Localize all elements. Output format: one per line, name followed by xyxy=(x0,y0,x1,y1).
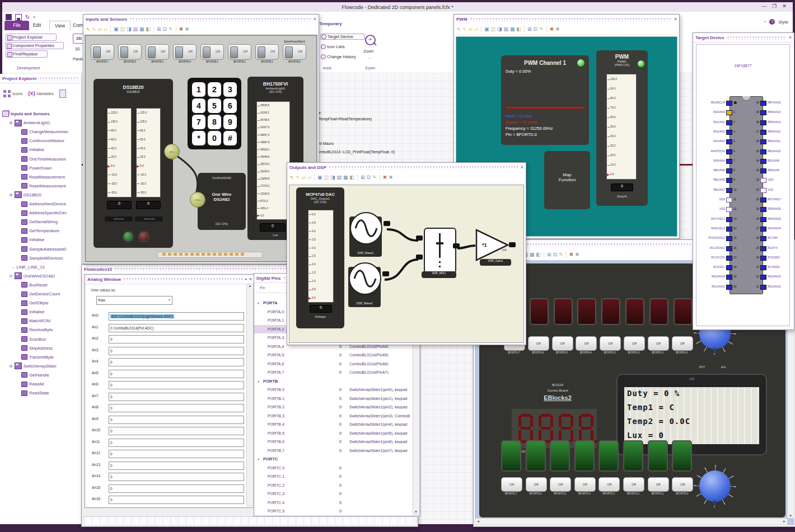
pan-icon[interactable]: ▱ xyxy=(98,27,102,32)
digital-pin-row[interactable]: PORTC.20 xyxy=(254,481,420,489)
analog-value-field[interactable]: 0 xyxy=(109,427,244,435)
checkbox-change-history[interactable]: Change History xyxy=(320,54,356,59)
analog-value-field[interactable]: 0 xyxy=(109,335,244,343)
tree-item-continuousmeasur[interactable]: ContinuousMeasur xyxy=(0,136,81,145)
tab-file[interactable]: File xyxy=(4,21,29,30)
delete-icon[interactable]: ✖ xyxy=(550,27,554,32)
checkbox-target-device[interactable]: Target Device xyxy=(320,34,365,40)
map-function-block[interactable]: MapFunction xyxy=(544,151,590,209)
tree-item-getserialstring[interactable]: GetSerialString xyxy=(0,218,81,226)
digital-pin-row[interactable]: PORTB.20SwitchArraySlider1(pin2), keypad… xyxy=(254,403,420,411)
window-titlebar[interactable]: Outputs and DSP× xyxy=(287,163,526,172)
digital-pin-row[interactable]: PORTA.60ComboBL0114(PinA6) xyxy=(254,360,420,368)
add-icon[interactable]: ⊞ xyxy=(547,252,551,257)
analog-value-field[interactable]: 0 xyxy=(109,370,244,378)
tree-item-ambientlight1[interactable]: ⊕AmbientLight1 xyxy=(0,119,81,127)
app-titlebar[interactable]: Flowcode - Dedicated 2D component panels… xyxy=(2,2,793,12)
chip-pin[interactable] xyxy=(726,110,732,115)
tree-item-changemeasuremen[interactable]: ChangeMeasuremen xyxy=(0,128,81,136)
tree-expander-icon[interactable]: ⊕ xyxy=(9,192,13,197)
tree-item-link-line-13[interactable]: –LINK_LINE_13 xyxy=(0,263,81,271)
tree-expander-icon[interactable]: ⊕ xyxy=(9,364,13,369)
tree-item-busreset[interactable]: BusReset xyxy=(0,281,81,289)
tree-item-initialise[interactable]: Initialise xyxy=(0,236,81,244)
digital-pin-row[interactable]: PORTC.00 xyxy=(254,464,420,472)
analog-scrollbar[interactable]: ▲ xyxy=(246,284,254,506)
board-switch[interactable]: Off xyxy=(672,336,693,351)
tree-item-sampleaddressedd[interactable]: SampleAddressedD xyxy=(0,245,81,253)
pwm-meter-block[interactable]: PWM PWM1 (PWM CH1) 100.090.080.070.060.0… xyxy=(596,50,648,206)
chip-pin[interactable] xyxy=(726,275,732,280)
tab-view[interactable]: View xyxy=(49,21,71,30)
undo-icon[interactable]: ↻ xyxy=(25,14,30,20)
board-switch[interactable]: Off xyxy=(501,477,522,492)
chip-pin[interactable] xyxy=(726,246,732,251)
properties-icon[interactable]: ▤ xyxy=(336,175,342,180)
board-switch[interactable]: Off xyxy=(598,477,620,492)
analog-value-field[interactable]: 0 xyxy=(109,416,244,424)
tree-item-gethandle[interactable]: GetHandle xyxy=(0,371,81,379)
analog-value-field[interactable]: 0 xyxy=(109,393,244,401)
digital-pin-row[interactable]: PORTB.60SwitchArraySlider1(pin6), keypad… xyxy=(254,437,420,446)
grid-icon[interactable]: ▦ xyxy=(139,27,144,32)
copy-icon[interactable]: ◫ xyxy=(324,175,329,180)
chip-pin[interactable] xyxy=(760,246,766,251)
digital-pin-row[interactable]: PORTC.30 xyxy=(254,489,420,498)
chip-pin[interactable] xyxy=(726,265,732,270)
analog-value-field[interactable]: 0 xyxy=(109,496,244,504)
digital-pin-row[interactable]: PORTC.10 xyxy=(254,472,420,481)
new-component-icon[interactable]: ▣ xyxy=(317,175,322,180)
add-icon[interactable]: ⊞ xyxy=(527,27,532,32)
tree-item-resetmeasurement[interactable]: ResetMeasurement xyxy=(0,182,81,190)
analog-value-field[interactable]: 0 xyxy=(109,347,244,355)
chip-icon[interactable]: ⊡ xyxy=(534,27,538,32)
tree-item-initialise[interactable]: Initialise xyxy=(0,145,81,154)
paste-icon[interactable]: ◨ xyxy=(330,175,335,180)
icons-tab[interactable]: Icons xyxy=(3,90,22,97)
chevron-down-icon[interactable]: ▾ xyxy=(33,15,35,20)
zoom-minus[interactable]: - xyxy=(369,56,370,60)
chip-pin[interactable] xyxy=(726,178,732,183)
new-component-icon[interactable]: ▣ xyxy=(114,27,119,32)
tree-expander-icon[interactable]: ⊖ xyxy=(9,274,13,279)
chip-pin[interactable] xyxy=(726,256,732,261)
camera-icon[interactable]: ◧ xyxy=(536,252,541,257)
analog-value-field[interactable]: 0 xyxy=(109,484,244,493)
digital-pin-row[interactable]: ▾PORTB xyxy=(254,377,420,385)
group-expander-icon[interactable]: ▾ xyxy=(258,301,259,305)
tree-item-transmitbyte[interactable]: TransmitByte xyxy=(0,353,81,361)
panel-titlebar[interactable]: Analog Window▪× xyxy=(85,275,254,284)
3d-panel-label[interactable]: 3D xyxy=(75,47,80,51)
copy-icon[interactable]: ◫ xyxy=(120,27,125,32)
chip-pin[interactable] xyxy=(726,159,732,164)
tree-item-switcharrayslider[interactable]: ⊕SwitchArraySlider xyxy=(0,362,81,370)
save-icon[interactable] xyxy=(15,14,22,21)
tree-item-receivebyte[interactable]: ReceiveByte xyxy=(0,326,81,334)
help-icon[interactable]: ? xyxy=(769,19,775,25)
app-icon[interactable] xyxy=(6,14,12,20)
board-switch[interactable]: Off xyxy=(574,477,596,492)
edit-icon[interactable]: ✎ xyxy=(559,252,563,257)
board-switch[interactable]: Off xyxy=(672,477,693,492)
cursor-add-icon[interactable]: ↖ xyxy=(296,175,301,180)
close-button[interactable]: ✕ xyxy=(779,3,789,9)
chip-pin[interactable] xyxy=(760,168,766,173)
grid-icon[interactable]: ▦ xyxy=(530,252,535,257)
board-switch[interactable]: Off xyxy=(624,336,645,351)
tree-item-getidbyte[interactable]: GetIDByte xyxy=(0,299,81,307)
tree-item-readstate[interactable]: ReadState xyxy=(0,389,81,397)
minimize-button[interactable]: — xyxy=(759,3,769,9)
digital-pin-row[interactable]: PORTC.50 xyxy=(254,507,420,515)
analog-value-field[interactable]: 0 xyxy=(109,381,244,389)
board-switch[interactable]: Off xyxy=(600,336,621,351)
chip-pin[interactable] xyxy=(760,285,766,290)
chip-pin[interactable] xyxy=(726,197,732,203)
tree-item-skipaddress[interactable]: SkipAddress xyxy=(0,344,81,352)
tree-item-initialise[interactable]: Initialise xyxy=(0,308,81,316)
digital-pin-row[interactable]: ▾PORTC xyxy=(254,455,420,463)
edit-icon[interactable]: ✎ xyxy=(539,27,544,32)
analog-value-field[interactable]: 0 xyxy=(109,473,244,481)
chip-pin[interactable] xyxy=(760,159,766,164)
digital-pin-row[interactable]: PORTB.40SwitchArraySlider1(pin4), keypad… xyxy=(254,420,420,429)
close-icon[interactable]: × xyxy=(314,16,316,22)
